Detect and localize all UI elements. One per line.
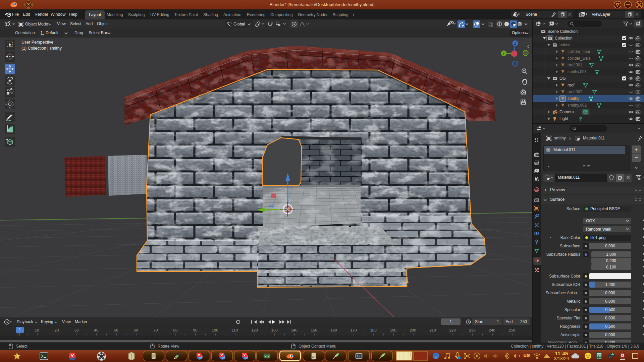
svg-text:i: i (435, 354, 437, 359)
svg-text:(1) Collection | smithy: (1) Collection | smithy (21, 46, 62, 51)
svg-text:Z: Z (514, 42, 516, 45)
svg-text:a: a (622, 354, 623, 357)
svg-text:User Perspective: User Perspective (21, 40, 53, 45)
svg-text:Y: Y (503, 52, 505, 55)
